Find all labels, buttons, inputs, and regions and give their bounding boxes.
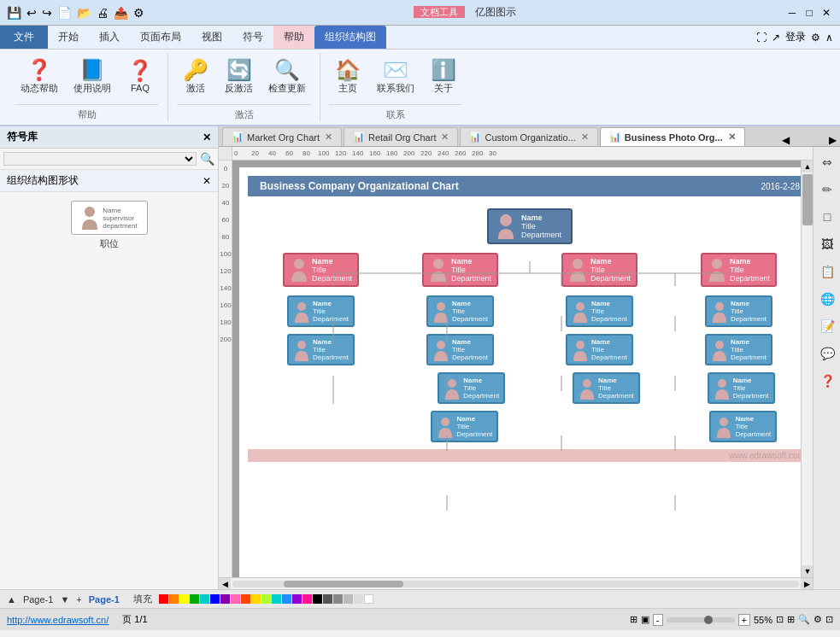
l3b-node-2[interactable]: NameTitleDepartment — [566, 334, 633, 365]
tab-market-org[interactable]: 📊 Market Org Chart ✕ — [222, 127, 342, 146]
tab-retail-org[interactable]: 📊 Retail Org Chart ✕ — [344, 127, 458, 146]
l3b-node-3[interactable]: NameTitleDepartment — [705, 334, 772, 365]
page-up-btn[interactable]: ▲ — [7, 594, 16, 605]
color-red[interactable] — [159, 594, 168, 604]
canvas-scroll-area[interactable]: Business Company Organizational Chart 20… — [232, 161, 801, 577]
color-dark-gray[interactable] — [323, 594, 332, 604]
manual-button[interactable]: 📘 使用说明 — [68, 56, 116, 98]
zoom-plus-button[interactable]: + — [738, 614, 750, 626]
color-violet[interactable] — [292, 594, 302, 604]
page-icon[interactable]: ▣ — [641, 614, 649, 625]
fullscreen-icon[interactable]: ⛶ — [756, 32, 767, 44]
color-light-gray[interactable] — [344, 594, 353, 604]
login-button[interactable]: 登录 — [785, 30, 806, 44]
rt-pencil-icon[interactable]: ✏ — [815, 178, 839, 202]
color-purple[interactable] — [220, 594, 230, 604]
menu-symbol[interactable]: 符号 — [232, 26, 273, 49]
hscroll-thumb[interactable] — [284, 581, 403, 587]
activate-button[interactable]: 🔑 激活 — [177, 56, 214, 98]
collapse-icon[interactable]: ∧ — [825, 32, 833, 44]
color-gray[interactable] — [333, 594, 343, 604]
l3c-node-2[interactable]: NameTitleDepartment — [708, 372, 775, 404]
l2-node-0[interactable]: NameTitleDepartment — [283, 253, 359, 287]
rt-clipboard-icon[interactable]: 📋 — [815, 260, 839, 283]
hscroll-left[interactable]: ◀ — [219, 578, 231, 590]
grid-icon[interactable]: ⊞ — [630, 614, 637, 625]
l3a-node-3[interactable]: NameTitleDepartment — [705, 295, 772, 327]
settings-icon[interactable]: ⚙ — [811, 32, 820, 44]
color-cyan[interactable] — [200, 594, 209, 604]
close-button[interactable]: ✕ — [819, 6, 833, 20]
l3c-node-0[interactable]: NameTitleDepartment — [438, 372, 505, 404]
tab-close-market[interactable]: ✕ — [325, 131, 332, 143]
l3a-node-1[interactable]: NameTitleDepartment — [426, 295, 494, 327]
tab-nav-right[interactable]: ▶ — [829, 134, 840, 146]
rt-globe-icon[interactable]: 🌐 — [815, 287, 839, 311]
vscroll-up[interactable]: ▲ — [802, 161, 813, 172]
settings-footer-icon[interactable]: ⚙ — [814, 614, 822, 625]
more-footer-icon[interactable]: ⊡ — [825, 614, 833, 625]
faq-button[interactable]: ❓ FAQ — [121, 57, 159, 96]
zoom-search-icon[interactable]: 🔍 — [798, 614, 810, 625]
l2-node-2[interactable]: NameTitleDepartment — [561, 253, 637, 287]
open-icon[interactable]: 📂 — [77, 6, 91, 20]
rt-help-icon[interactable]: ❓ — [815, 369, 839, 393]
vscroll-down[interactable]: ▼ — [802, 565, 813, 577]
menu-org-chart[interactable]: 组织结构图 — [314, 26, 386, 49]
color-white[interactable] — [364, 594, 373, 604]
shape-item-position[interactable]: Name supervisor department 职位 — [9, 201, 209, 250]
footer-url[interactable]: http://www.edrawsoft.cn/ — [7, 615, 109, 625]
share-icon[interactable]: ↗ — [772, 32, 780, 44]
color-blue[interactable] — [210, 594, 220, 604]
l3b-node-0[interactable]: NameTitleDepartment — [287, 334, 355, 365]
dynamic-help-button[interactable]: ❓ 动态帮助 — [15, 56, 63, 98]
l3a-node-0[interactable]: NameTitleDepartment — [287, 295, 355, 327]
symbol-panel-close[interactable]: ✕ — [203, 131, 211, 143]
rt-notes-icon[interactable]: 📝 — [815, 314, 839, 338]
export-icon[interactable]: 📤 — [114, 6, 128, 20]
section-close[interactable]: ✕ — [203, 175, 211, 187]
l3c-node-1[interactable]: NameTitleDepartment — [573, 372, 640, 404]
menu-insert[interactable]: 插入 — [89, 26, 130, 49]
l2-node-1[interactable]: NameTitleDepartment — [422, 253, 498, 287]
contact-button[interactable]: ✉️ 联系我们 — [372, 56, 420, 98]
menu-help[interactable]: 帮助 — [273, 26, 314, 49]
zoom-thumb[interactable] — [704, 616, 713, 624]
top-node[interactable]: Name Title Department — [487, 208, 573, 244]
maximize-button[interactable]: □ — [802, 6, 816, 20]
about-button[interactable]: ℹ️ 关于 — [425, 56, 462, 98]
color-orange[interactable] — [169, 594, 179, 604]
search-icon[interactable]: 🔍 — [200, 152, 214, 166]
l3d-node-0[interactable]: NameTitleDepartment — [431, 411, 498, 442]
page-down-btn[interactable]: ▼ — [60, 594, 69, 605]
check-update-button[interactable]: 🔍 检查更新 — [263, 56, 311, 98]
symbol-category-select[interactable] — [3, 152, 197, 166]
new-icon[interactable]: 📄 — [57, 6, 72, 20]
view-grid-icon[interactable]: ⊞ — [787, 614, 795, 625]
color-dark-turquoise[interactable] — [272, 594, 281, 604]
rt-square-icon[interactable]: □ — [815, 205, 839, 229]
color-green[interactable] — [190, 594, 199, 604]
menu-file[interactable]: 文件 — [0, 26, 48, 49]
zoom-slider[interactable] — [667, 617, 735, 622]
tab-close-retail[interactable]: ✕ — [441, 131, 449, 143]
menu-start[interactable]: 开始 — [48, 26, 89, 49]
color-lighter-gray[interactable] — [354, 594, 363, 604]
tab-close-custom[interactable]: ✕ — [581, 131, 589, 143]
redo-icon[interactable]: ↪ — [42, 6, 52, 20]
color-red-orange[interactable] — [241, 594, 250, 604]
tab-business-org[interactable]: 📊 Business Photo Org... ✕ — [600, 127, 745, 146]
l3d-node-1[interactable]: NameTitleDepartment — [709, 411, 777, 442]
rt-chat-icon[interactable]: 💬 — [815, 342, 839, 365]
tab-nav-left[interactable]: ◀ — [782, 134, 793, 146]
color-dodger-blue[interactable] — [282, 594, 291, 604]
more-icon[interactable]: ⚙ — [133, 6, 144, 20]
rt-resize-icon[interactable]: ⇔ — [815, 150, 839, 174]
color-gold[interactable] — [251, 594, 261, 604]
menu-page-layout[interactable]: 页面布局 — [130, 26, 191, 49]
print-icon[interactable]: 🖨 — [97, 6, 109, 20]
hscroll-right[interactable]: ▶ — [801, 578, 813, 590]
undo-icon[interactable]: ↩ — [26, 6, 37, 20]
tab-close-business[interactable]: ✕ — [728, 131, 736, 143]
color-deep-pink[interactable] — [303, 594, 312, 604]
